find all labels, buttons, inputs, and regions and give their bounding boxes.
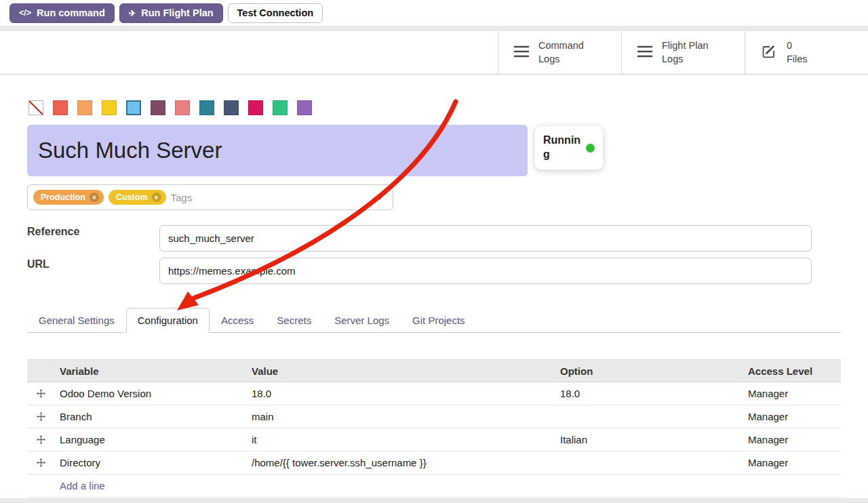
- status-label: Running: [543, 134, 581, 162]
- tab-access[interactable]: Access: [210, 308, 265, 333]
- tab-general-settings[interactable]: General Settings: [27, 308, 126, 333]
- tag-remove-icon[interactable]: ×: [152, 193, 161, 202]
- list-icon: [513, 45, 530, 61]
- table-row[interactable]: Branch main Manager: [27, 405, 841, 428]
- files-word: Files: [787, 53, 808, 66]
- tab-git-projects[interactable]: Git Projects: [401, 308, 477, 333]
- chevron-down-icon[interactable]: [377, 197, 382, 200]
- cell-access-level[interactable]: Manager: [743, 388, 841, 399]
- tag-remove-icon[interactable]: ×: [90, 193, 99, 202]
- test-connection-button[interactable]: Test Connection: [228, 3, 323, 23]
- tag-label: Production: [41, 193, 85, 202]
- drag-handle-icon[interactable]: [37, 435, 45, 444]
- color-swatch-teal[interactable]: [199, 100, 214, 115]
- color-swatch-orange[interactable]: [77, 100, 92, 115]
- files-button[interactable]: 0 Files: [745, 31, 868, 74]
- col-header-variable[interactable]: Variable: [54, 365, 246, 377]
- table-row[interactable]: Odoo Demo Version 18.0 18.0 Manager: [27, 382, 841, 405]
- add-line-row: Add a line: [27, 475, 841, 498]
- notebook-tabs: General Settings Configuration Access Se…: [27, 308, 841, 333]
- configuration-table: Variable Value Option Access Level Odoo …: [27, 359, 841, 498]
- color-swatch-red[interactable]: [53, 100, 68, 115]
- files-count: 0: [787, 39, 808, 53]
- server-name-input[interactable]: [27, 125, 528, 176]
- status-button[interactable]: Running: [534, 125, 604, 170]
- drag-handle-icon[interactable]: [37, 458, 45, 467]
- divider-band: [0, 26, 868, 31]
- edit-pencil-icon: [760, 43, 778, 62]
- action-toolbar: </> Run command ✈ Run Flight Plan Test C…: [0, 0, 868, 26]
- color-palette: [28, 100, 312, 115]
- url-input[interactable]: [159, 258, 812, 284]
- color-swatch-violet[interactable]: [297, 100, 312, 115]
- files-label: 0 Files: [787, 39, 808, 66]
- tags-placeholder: Tags: [171, 192, 193, 203]
- tab-configuration[interactable]: Configuration: [126, 308, 210, 333]
- url-label: URL: [27, 258, 50, 270]
- flight-plan-logs-label: Flight Plan Logs: [662, 39, 719, 66]
- tags-input[interactable]: Production × Custom × Tags: [27, 184, 393, 210]
- cell-variable[interactable]: Branch: [54, 411, 246, 422]
- cell-access-level[interactable]: Manager: [743, 411, 841, 422]
- drag-handle-icon[interactable]: [37, 389, 45, 398]
- run-flight-plan-label: Run Flight Plan: [141, 7, 213, 18]
- code-icon: </>: [19, 8, 31, 18]
- color-swatch-none[interactable]: [28, 100, 43, 115]
- cell-value[interactable]: /home/{{ tower.server.ssh_username }}: [246, 457, 555, 468]
- color-swatch-salmon[interactable]: [175, 100, 190, 115]
- color-swatch-raspberry[interactable]: [248, 100, 263, 115]
- command-logs-label: Command Logs: [538, 39, 591, 66]
- table-row[interactable]: Language it Italian Manager: [27, 428, 841, 451]
- tag-production[interactable]: Production ×: [33, 190, 104, 205]
- reference-label: Reference: [27, 226, 79, 238]
- command-logs-button[interactable]: Command Logs: [498, 31, 621, 74]
- cell-access-level[interactable]: Manager: [743, 457, 841, 468]
- color-swatch-green[interactable]: [273, 100, 288, 115]
- run-flight-plan-button[interactable]: ✈ Run Flight Plan: [119, 3, 223, 23]
- color-swatch-yellow[interactable]: [102, 100, 117, 115]
- cell-option[interactable]: 18.0: [555, 388, 743, 399]
- cell-value[interactable]: it: [246, 434, 555, 445]
- cell-variable[interactable]: Directory: [54, 457, 246, 468]
- col-header-value[interactable]: Value: [246, 365, 555, 377]
- tag-custom[interactable]: Custom ×: [108, 190, 166, 205]
- list-icon: [637, 45, 653, 61]
- add-a-line-link[interactable]: Add a line: [60, 480, 105, 491]
- tag-label: Custom: [116, 193, 148, 202]
- cell-value[interactable]: 18.0: [246, 388, 555, 399]
- drag-handle-icon[interactable]: [37, 412, 45, 421]
- run-command-button[interactable]: </> Run command: [9, 3, 115, 23]
- flight-plan-logs-button[interactable]: Flight Plan Logs: [621, 31, 745, 74]
- tab-server-logs[interactable]: Server Logs: [323, 308, 401, 333]
- table-header-row: Variable Value Option Access Level: [27, 359, 841, 382]
- cell-value[interactable]: main: [246, 411, 555, 422]
- cell-access-level[interactable]: Manager: [743, 434, 841, 445]
- col-header-option[interactable]: Option: [555, 365, 743, 377]
- cell-variable[interactable]: Language: [54, 434, 246, 445]
- status-dot-icon: [586, 144, 595, 153]
- bottom-band: [0, 498, 868, 503]
- reference-input[interactable]: [159, 225, 812, 252]
- color-swatch-cyan-selected[interactable]: [126, 100, 141, 115]
- col-header-access-level[interactable]: Access Level: [743, 365, 841, 377]
- cell-option[interactable]: Italian: [555, 434, 743, 445]
- test-connection-label: Test Connection: [237, 7, 314, 18]
- color-swatch-purple[interactable]: [151, 100, 165, 115]
- stat-button-bar: Command Logs Flight Plan Logs 0 Files: [0, 31, 868, 75]
- page: </> Run command ✈ Run Flight Plan Test C…: [0, 0, 868, 503]
- table-row[interactable]: Directory /home/{{ tower.server.ssh_user…: [27, 451, 841, 475]
- plane-icon: ✈: [129, 8, 136, 18]
- color-swatch-navy[interactable]: [224, 100, 239, 115]
- run-command-label: Run command: [37, 7, 105, 18]
- cell-variable[interactable]: Odoo Demo Version: [54, 388, 246, 399]
- tab-secrets[interactable]: Secrets: [265, 308, 323, 333]
